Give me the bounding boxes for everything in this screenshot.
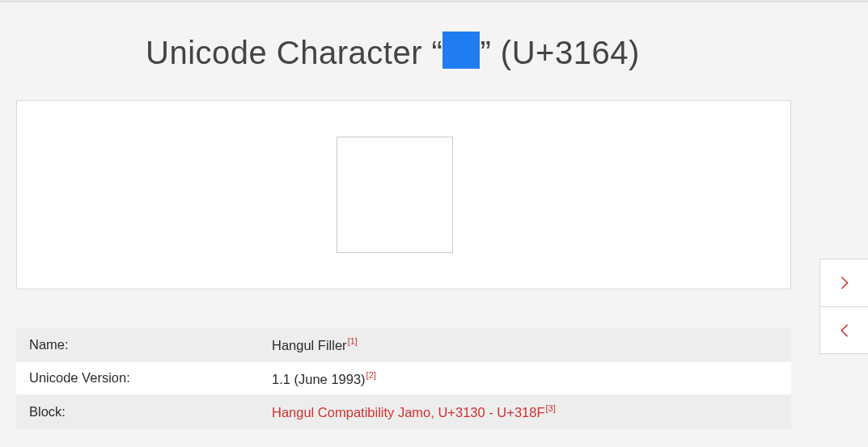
chevron-right-icon xyxy=(836,274,853,292)
chevron-left-icon xyxy=(836,322,853,339)
prev-character-button[interactable] xyxy=(820,306,868,353)
selected-glyph-highlight xyxy=(442,32,480,69)
prop-value-link[interactable]: Hangul Compatibility Jamo, U+3130 - U+31… xyxy=(272,403,556,420)
title-prefix: Unicode Character “ xyxy=(146,35,442,70)
main-content: Unicode Character “” (U+3164) Name: Hang… xyxy=(16,32,791,429)
prop-label: Block: xyxy=(29,404,272,420)
prop-value: 1.1 (June 1993)[2] xyxy=(272,370,376,387)
top-divider xyxy=(0,0,868,2)
next-character-button[interactable] xyxy=(820,259,868,306)
character-preview-card xyxy=(16,100,791,289)
reference-link[interactable]: [1] xyxy=(348,336,358,346)
glyph-preview-box xyxy=(337,137,453,253)
properties-table: Name: Hangul Filler[1] Unicode Version: … xyxy=(16,328,791,429)
prop-value: Hangul Filler[1] xyxy=(272,336,358,353)
reference-link[interactable]: [3] xyxy=(546,403,556,413)
prop-label: Unicode Version: xyxy=(29,370,272,386)
table-row: Unicode Version: 1.1 (June 1993)[2] xyxy=(16,362,791,396)
title-suffix: ” (U+3164) xyxy=(480,35,639,70)
table-row: Name: Hangul Filler[1] xyxy=(16,328,791,362)
side-nav xyxy=(819,259,868,354)
page-title: Unicode Character “” (U+3164) xyxy=(16,32,791,71)
reference-link[interactable]: [2] xyxy=(366,370,376,380)
prop-label: Name: xyxy=(29,337,272,352)
table-row: Block: Hangul Compatibility Jamo, U+3130… xyxy=(16,395,791,429)
